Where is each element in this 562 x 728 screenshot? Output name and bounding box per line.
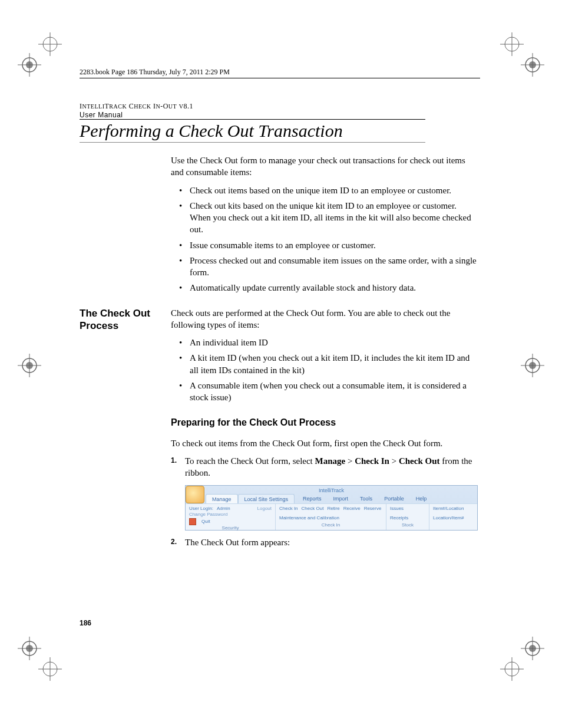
svg-point-24 — [43, 37, 57, 51]
ss-tab-import: Import — [328, 494, 355, 504]
ss-btn-checkout: Check Out — [302, 506, 324, 512]
ss-btn-location-item: Location/Item# — [433, 515, 464, 522]
ss-quit: Quit — [201, 519, 210, 525]
sub-heading-preparing: Preparing for the Check Out Process — [171, 416, 477, 429]
svg-point-9 — [26, 362, 33, 369]
ss-btn-item-location: Item#/Location — [433, 506, 464, 512]
list-item: Check out kits based on the unique kit i… — [181, 200, 477, 236]
svg-point-13 — [529, 362, 536, 369]
crop-mark-icon — [18, 637, 41, 660]
office-button-icon — [186, 486, 204, 503]
list-item: Check out items based on the unique item… — [181, 185, 477, 196]
crop-mark-icon — [521, 354, 544, 377]
crop-mark-icon — [18, 53, 41, 77]
process-paragraph: Check outs are performed at the Check Ou… — [171, 307, 477, 331]
running-head-sub: User Manual — [80, 111, 480, 119]
svg-point-8 — [22, 358, 37, 373]
process-bullet-list: An individual item ID A kit item ID (whe… — [171, 337, 477, 403]
ss-btn-checkin: Check In — [279, 506, 298, 512]
ss-tab-reports: Reports — [297, 494, 328, 504]
svg-point-33 — [505, 662, 519, 676]
svg-point-30 — [43, 662, 57, 676]
step-item: The Check Out form appears: — [171, 536, 477, 548]
running-head: INTELLITRACK CHECK IN-OUT V8.1 User Manu… — [80, 102, 480, 119]
ss-user-login-label: User Login: — [189, 506, 213, 512]
ss-tab-local-site: Local Site Settings — [238, 494, 295, 504]
intro-paragraph: Use the Check Out form to manage your ch… — [171, 154, 477, 179]
ss-btn-receive: Receive — [343, 506, 361, 512]
svg-point-20 — [525, 641, 540, 655]
ss-user-login-value: Admin — [217, 506, 230, 512]
svg-point-12 — [525, 358, 540, 373]
side-heading-checkout-process: The Check Out Process — [80, 307, 162, 332]
crop-mark-icon — [521, 53, 544, 77]
step-item: To reach the Check Out form, select Mana… — [171, 455, 477, 531]
list-item: Issue consumable items to an employee or… — [181, 239, 477, 251]
list-item: An individual item ID — [181, 337, 477, 348]
list-item: Automatically update currently available… — [181, 282, 477, 294]
crop-mark-icon — [521, 637, 544, 660]
ss-btn-retire: Retire — [327, 506, 339, 512]
list-item: Process checked out and consumable item … — [181, 255, 477, 279]
quit-icon — [189, 518, 196, 525]
steps-list: To reach the Check Out form, select Mana… — [171, 455, 477, 548]
ss-tabs: Manage Local Site Settings Reports Impor… — [206, 494, 432, 504]
svg-point-4 — [525, 58, 540, 72]
intro-bullet-list: Check out items based on the unique item… — [171, 185, 477, 294]
crop-mark-icon — [38, 657, 62, 681]
svg-point-17 — [26, 645, 33, 652]
page-number: 186 — [80, 619, 91, 627]
ss-change-password: Change Password — [189, 512, 227, 518]
crop-mark-icon — [500, 657, 524, 681]
ss-btn-receipts: Receipts — [390, 515, 408, 522]
ss-tab-help: Help — [410, 494, 433, 504]
crop-mark-icon — [38, 32, 62, 56]
svg-point-27 — [505, 37, 519, 51]
ss-group-checkin: Check In — [279, 522, 382, 529]
svg-point-1 — [26, 61, 33, 68]
section-title: Performing a Check Out Transaction — [80, 119, 425, 143]
ss-tab-manage: Manage — [206, 494, 238, 504]
svg-point-16 — [22, 641, 37, 655]
crop-mark-icon — [18, 354, 41, 377]
list-item: A consumable item (when you check out a … — [181, 380, 477, 404]
ss-btn-maintenance: Maintenance and Calibration — [279, 515, 339, 522]
ss-tab-tools: Tools — [354, 494, 378, 504]
ss-group-security: Security — [189, 525, 272, 532]
svg-point-0 — [22, 58, 37, 72]
ss-window-title: IntelliTrack — [319, 487, 344, 494]
book-header: 2283.book Page 186 Thursday, July 7, 201… — [80, 68, 480, 78]
ss-tab-portable: Portable — [378, 494, 410, 504]
ss-btn-reserve: Reserve — [364, 506, 382, 512]
svg-point-5 — [529, 61, 536, 68]
ss-group-stock: Stock — [390, 522, 425, 529]
prep-paragraph: To check out items from the Check Out fo… — [171, 437, 477, 449]
ss-btn-issues: Issues — [390, 506, 404, 512]
svg-point-21 — [529, 645, 536, 652]
ss-logout: Logout — [257, 506, 272, 512]
list-item: A kit item ID (when you check out a kit … — [181, 352, 477, 376]
crop-mark-icon — [500, 32, 524, 56]
ribbon-screenshot: IntelliTrack Manage Local Site Settings … — [185, 485, 478, 531]
